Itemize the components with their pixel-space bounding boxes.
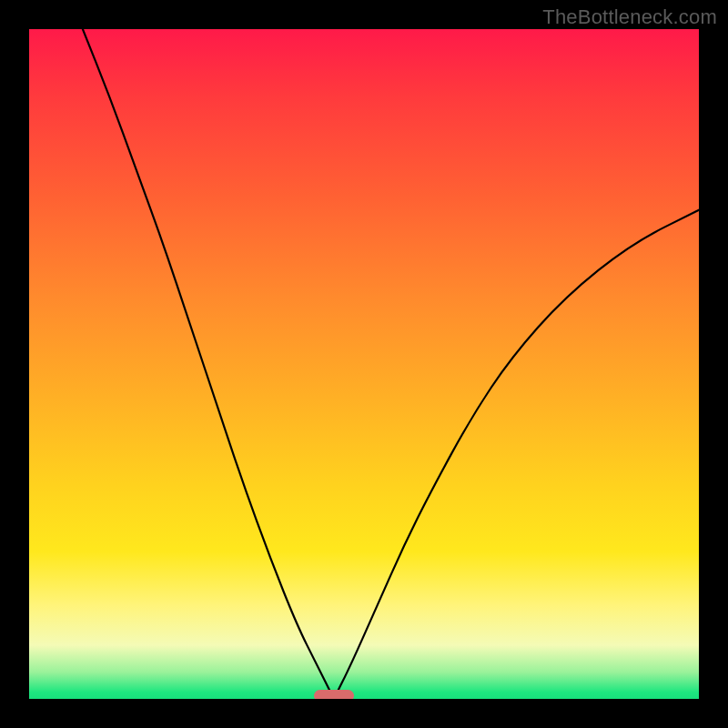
bottleneck-curve	[29, 29, 699, 699]
watermark-text: TheBottleneck.com	[542, 5, 717, 29]
chart-frame: TheBottleneck.com	[0, 0, 728, 728]
curve-left-branch	[83, 29, 334, 699]
plot-area	[29, 29, 699, 699]
bottleneck-marker	[314, 690, 354, 699]
curve-right-branch	[334, 210, 699, 699]
